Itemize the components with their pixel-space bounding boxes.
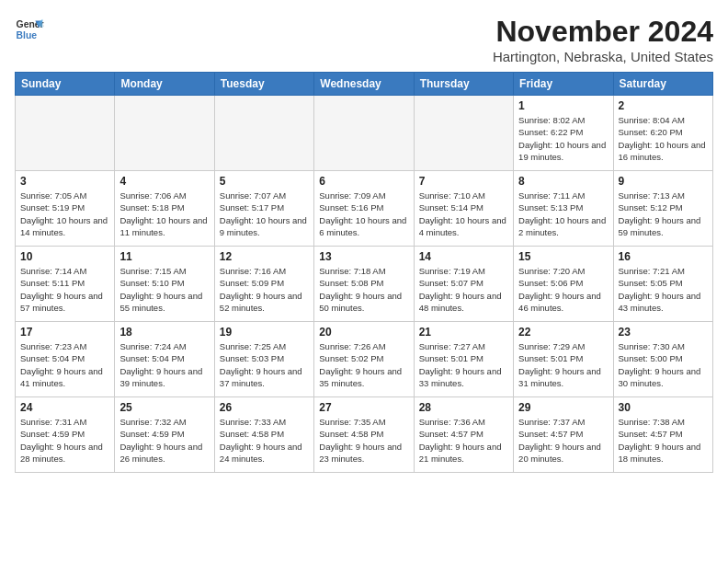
day-number: 8 (518, 175, 608, 188)
calendar-cell: 28Sunrise: 7:36 AM Sunset: 4:57 PM Dayli… (414, 397, 513, 473)
day-number: 4 (119, 175, 209, 188)
day-number: 25 (119, 401, 209, 414)
day-number: 24 (20, 401, 109, 414)
calendar-week-row: 17Sunrise: 7:23 AM Sunset: 5:04 PM Dayli… (16, 322, 713, 397)
calendar-cell: 15Sunrise: 7:20 AM Sunset: 5:06 PM Dayli… (514, 247, 613, 322)
calendar-cell: 16Sunrise: 7:21 AM Sunset: 5:05 PM Dayli… (613, 247, 712, 322)
day-number: 18 (119, 326, 209, 339)
calendar-cell: 3Sunrise: 7:05 AM Sunset: 5:19 PM Daylig… (16, 171, 115, 247)
calendar-cell: 1Sunrise: 8:02 AM Sunset: 6:22 PM Daylig… (514, 96, 613, 171)
day-of-week-header: Tuesday (214, 73, 313, 96)
day-info: Sunrise: 7:27 AM Sunset: 5:01 PM Dayligh… (419, 340, 508, 389)
day-number: 17 (20, 326, 109, 339)
calendar-cell: 17Sunrise: 7:23 AM Sunset: 5:04 PM Dayli… (16, 322, 115, 397)
calendar-table: SundayMondayTuesdayWednesdayThursdayFrid… (15, 72, 713, 473)
day-number: 29 (518, 401, 608, 414)
day-info: Sunrise: 7:21 AM Sunset: 5:05 PM Dayligh… (619, 265, 708, 314)
calendar-cell: 11Sunrise: 7:15 AM Sunset: 5:10 PM Dayli… (115, 247, 214, 322)
day-info: Sunrise: 7:10 AM Sunset: 5:14 PM Dayligh… (419, 190, 508, 238)
calendar-week-row: 1Sunrise: 8:02 AM Sunset: 6:22 PM Daylig… (16, 96, 713, 171)
calendar-cell: 27Sunrise: 7:35 AM Sunset: 4:58 PM Dayli… (314, 397, 414, 473)
calendar-cell: 21Sunrise: 7:27 AM Sunset: 5:01 PM Dayli… (414, 322, 513, 397)
day-info: Sunrise: 7:19 AM Sunset: 5:07 PM Dayligh… (419, 265, 508, 314)
day-info: Sunrise: 7:09 AM Sunset: 5:16 PM Dayligh… (319, 190, 408, 238)
day-info: Sunrise: 7:30 AM Sunset: 5:00 PM Dayligh… (619, 340, 708, 389)
day-info: Sunrise: 7:07 AM Sunset: 5:17 PM Dayligh… (220, 190, 309, 238)
day-info: Sunrise: 7:13 AM Sunset: 5:12 PM Dayligh… (619, 190, 708, 238)
calendar-week-row: 10Sunrise: 7:14 AM Sunset: 5:11 PM Dayli… (16, 247, 713, 322)
calendar-cell: 26Sunrise: 7:33 AM Sunset: 4:58 PM Dayli… (214, 397, 313, 473)
day-number: 10 (20, 250, 109, 263)
calendar-cell: 14Sunrise: 7:19 AM Sunset: 5:07 PM Dayli… (414, 247, 513, 322)
day-of-week-header: Saturday (613, 73, 712, 96)
day-info: Sunrise: 8:02 AM Sunset: 6:22 PM Dayligh… (518, 114, 608, 163)
calendar-cell: 20Sunrise: 7:26 AM Sunset: 5:02 PM Dayli… (314, 322, 414, 397)
day-number: 5 (220, 175, 309, 188)
day-info: Sunrise: 7:36 AM Sunset: 4:57 PM Dayligh… (419, 416, 508, 465)
calendar-cell: 2Sunrise: 8:04 AM Sunset: 6:20 PM Daylig… (613, 96, 712, 171)
calendar-cell (314, 96, 414, 171)
day-number: 27 (319, 401, 408, 414)
day-number: 6 (319, 175, 408, 188)
calendar-header-row: SundayMondayTuesdayWednesdayThursdayFrid… (16, 73, 713, 96)
day-number: 22 (518, 326, 608, 339)
day-info: Sunrise: 7:14 AM Sunset: 5:11 PM Dayligh… (20, 265, 109, 314)
day-of-week-header: Thursday (414, 73, 513, 96)
logo-icon: General Blue (15, 15, 44, 44)
day-info: Sunrise: 7:11 AM Sunset: 5:13 PM Dayligh… (518, 190, 608, 238)
day-info: Sunrise: 7:24 AM Sunset: 5:04 PM Dayligh… (119, 340, 209, 389)
calendar-week-row: 24Sunrise: 7:31 AM Sunset: 4:59 PM Dayli… (16, 397, 713, 473)
month-title: November 2024 (493, 15, 713, 49)
day-number: 12 (220, 250, 309, 263)
day-number: 28 (419, 401, 508, 414)
day-number: 7 (419, 175, 508, 188)
day-number: 13 (319, 250, 408, 263)
day-number: 21 (419, 326, 508, 339)
calendar-cell: 12Sunrise: 7:16 AM Sunset: 5:09 PM Dayli… (214, 247, 313, 322)
day-info: Sunrise: 7:20 AM Sunset: 5:06 PM Dayligh… (518, 265, 608, 314)
calendar-week-row: 3Sunrise: 7:05 AM Sunset: 5:19 PM Daylig… (16, 171, 713, 247)
calendar-cell: 4Sunrise: 7:06 AM Sunset: 5:18 PM Daylig… (115, 171, 214, 247)
day-info: Sunrise: 7:18 AM Sunset: 5:08 PM Dayligh… (319, 265, 408, 314)
day-number: 9 (619, 175, 708, 188)
header: General Blue November 2024 Hartington, N… (15, 15, 713, 64)
calendar-cell (16, 96, 115, 171)
day-info: Sunrise: 7:35 AM Sunset: 4:58 PM Dayligh… (319, 416, 408, 465)
day-number: 19 (220, 326, 309, 339)
location-title: Hartington, Nebraska, United States (493, 49, 713, 64)
day-number: 3 (20, 175, 109, 188)
day-number: 11 (119, 250, 209, 263)
calendar-cell: 7Sunrise: 7:10 AM Sunset: 5:14 PM Daylig… (414, 171, 513, 247)
calendar-cell: 9Sunrise: 7:13 AM Sunset: 5:12 PM Daylig… (613, 171, 712, 247)
day-info: Sunrise: 7:06 AM Sunset: 5:18 PM Dayligh… (119, 190, 209, 238)
day-number: 16 (619, 250, 708, 263)
day-info: Sunrise: 7:29 AM Sunset: 5:01 PM Dayligh… (518, 340, 608, 389)
day-info: Sunrise: 7:37 AM Sunset: 4:57 PM Dayligh… (518, 416, 608, 465)
calendar-cell: 10Sunrise: 7:14 AM Sunset: 5:11 PM Dayli… (16, 247, 115, 322)
calendar-cell: 13Sunrise: 7:18 AM Sunset: 5:08 PM Dayli… (314, 247, 414, 322)
day-info: Sunrise: 7:38 AM Sunset: 4:57 PM Dayligh… (619, 416, 708, 465)
calendar-cell: 24Sunrise: 7:31 AM Sunset: 4:59 PM Dayli… (16, 397, 115, 473)
day-number: 30 (619, 401, 708, 414)
calendar-cell (115, 96, 214, 171)
day-of-week-header: Sunday (16, 73, 115, 96)
day-of-week-header: Monday (115, 73, 214, 96)
calendar-cell: 18Sunrise: 7:24 AM Sunset: 5:04 PM Dayli… (115, 322, 214, 397)
svg-text:Blue: Blue (17, 30, 38, 40)
day-of-week-header: Wednesday (314, 73, 414, 96)
calendar-cell (414, 96, 513, 171)
day-number: 26 (220, 401, 309, 414)
title-block: November 2024 Hartington, Nebraska, Unit… (493, 15, 713, 64)
calendar-cell: 22Sunrise: 7:29 AM Sunset: 5:01 PM Dayli… (514, 322, 613, 397)
day-info: Sunrise: 7:15 AM Sunset: 5:10 PM Dayligh… (119, 265, 209, 314)
calendar-cell: 5Sunrise: 7:07 AM Sunset: 5:17 PM Daylig… (214, 171, 313, 247)
calendar-cell: 29Sunrise: 7:37 AM Sunset: 4:57 PM Dayli… (514, 397, 613, 473)
day-info: Sunrise: 7:05 AM Sunset: 5:19 PM Dayligh… (20, 190, 109, 238)
calendar-cell: 6Sunrise: 7:09 AM Sunset: 5:16 PM Daylig… (314, 171, 414, 247)
day-number: 15 (518, 250, 608, 263)
calendar-cell: 23Sunrise: 7:30 AM Sunset: 5:00 PM Dayli… (613, 322, 712, 397)
calendar-cell: 30Sunrise: 7:38 AM Sunset: 4:57 PM Dayli… (613, 397, 712, 473)
day-number: 1 (518, 99, 608, 112)
day-info: Sunrise: 7:23 AM Sunset: 5:04 PM Dayligh… (20, 340, 109, 389)
calendar-cell: 19Sunrise: 7:25 AM Sunset: 5:03 PM Dayli… (214, 322, 313, 397)
